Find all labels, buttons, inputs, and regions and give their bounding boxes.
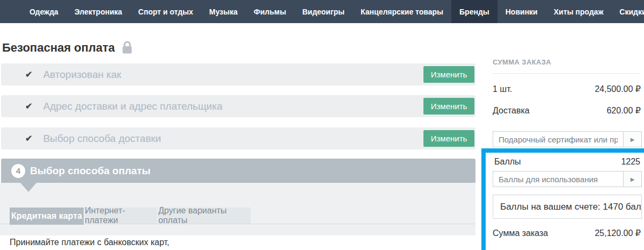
points-line: Баллы 1225 xyxy=(494,157,640,167)
order-total-line: Сумма заказа 25,120.00 ₽ xyxy=(493,228,641,238)
nav-item-music[interactable]: Музыка xyxy=(201,0,246,23)
points-section: Баллы 1225 ▶ Баллы на вашем счете: 1470 … xyxy=(486,153,644,250)
divider xyxy=(493,73,641,74)
summary-line-value: 620.00 ₽ xyxy=(606,105,641,116)
nav-item-bestsellers[interactable]: Хиты продаж xyxy=(546,0,612,23)
nav-item-sport[interactable]: Спорт и отдых xyxy=(130,0,201,23)
gift-certificate-group: ▶ xyxy=(493,131,642,147)
step-label: Адрес доставки и адрес плательщика xyxy=(43,101,222,112)
payment-tabs: Кредитная карта Интернет-платежи Другие … xyxy=(10,208,251,225)
check-icon: ✔ xyxy=(25,133,32,144)
summary-line-label: Доставка xyxy=(493,106,530,116)
step-label: Авторизован как xyxy=(43,69,121,81)
nav-item-movies[interactable]: Фильмы xyxy=(246,0,294,23)
nav-item-brands[interactable]: Бренды xyxy=(451,0,497,23)
summary-line-value: 24,500.00 ₽ xyxy=(595,84,641,94)
points-balance-tooltip: Баллы на вашем счете: 1470 баллы. xyxy=(493,195,642,219)
lock-icon xyxy=(121,40,133,56)
arrow-right-icon: ▶ xyxy=(631,137,635,142)
check-icon: ✔ xyxy=(25,101,32,111)
change-address-button[interactable]: Изменить xyxy=(423,98,474,115)
order-total-label: Сумма заказа xyxy=(493,228,548,238)
pointer-triangle xyxy=(20,183,36,192)
page-title: Безопасная оплата xyxy=(2,41,115,55)
order-total-value: 25,120.00 ₽ xyxy=(595,228,641,238)
nav-item-videogames[interactable]: Видеоигры xyxy=(294,0,353,23)
gift-certificate-input[interactable] xyxy=(493,132,623,147)
top-nav: Одежда Электроника Спорт и отдых Музыка … xyxy=(0,0,644,23)
tab-internet-payments[interactable]: Интернет-платежи xyxy=(85,208,157,224)
step-label: Выбор способа доставки xyxy=(43,133,161,145)
step-row-authorized: ✔ Авторизован как Изменить xyxy=(1,63,475,85)
gift-certificate-apply-button[interactable]: ▶ xyxy=(623,132,641,147)
summary-line-delivery: Доставка 620.00 ₽ xyxy=(493,105,641,116)
payment-step-header: 4 Выбор способа оплаты xyxy=(1,159,475,183)
payment-step-title: Выбор способа оплаты xyxy=(30,165,151,177)
step-row-address: ✔ Адрес доставки и адрес плательщика Изм… xyxy=(1,95,475,117)
nav-item-electronics[interactable]: Электроника xyxy=(67,0,130,23)
arrow-right-icon: ▶ xyxy=(631,176,635,182)
nav-item-stationery[interactable]: Канцелярские товары xyxy=(353,0,451,23)
points-value: 1225 xyxy=(621,157,640,167)
tab-credit-card[interactable]: Кредитная карта xyxy=(10,208,84,225)
step-row-shipping: ✔ Выбор способа доставки Изменить xyxy=(1,127,475,149)
points-label: Баллы xyxy=(494,157,521,167)
payment-intro-text: Принимайте платежи с банковских карт, xyxy=(10,238,170,247)
page-title-row: Безопасная оплата xyxy=(2,39,133,56)
change-auth-button[interactable]: Изменить xyxy=(423,66,474,83)
payment-tabs-panel: Кредитная карта Интернет-платежи Другие … xyxy=(0,183,475,235)
points-apply-button[interactable]: ▶ xyxy=(623,172,641,187)
summary-line-items: 1 шт. 24,500.00 ₽ xyxy=(493,84,641,94)
points-highlight-box: Баллы 1225 ▶ Баллы на вашем счете: 1470 … xyxy=(481,148,644,250)
points-input[interactable] xyxy=(493,172,623,187)
points-input-group: ▶ xyxy=(493,171,642,187)
step-number-badge: 4 xyxy=(11,164,25,178)
tab-other-payment-options[interactable]: Другие варианты оплаты xyxy=(158,208,251,224)
change-shipping-button[interactable]: Изменить xyxy=(423,130,474,147)
summary-line-label: 1 шт. xyxy=(493,84,512,94)
nav-item-sales[interactable]: Скидки xyxy=(611,0,644,23)
points-balance-text: Баллы на вашем счете: 1470 баллы. xyxy=(500,202,642,212)
check-icon: ✔ xyxy=(25,69,32,80)
nav-item-clothes[interactable]: Одежда xyxy=(21,0,67,23)
nav-item-new[interactable]: Новинки xyxy=(497,0,546,23)
order-summary-title: СУММА ЗАКАЗА xyxy=(493,58,551,66)
